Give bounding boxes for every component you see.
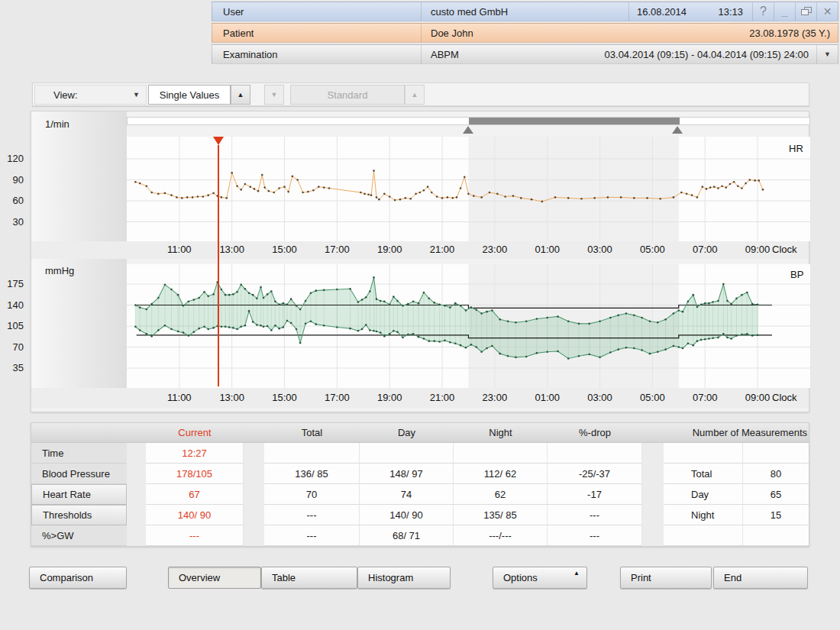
overview-button[interactable]: Overview <box>168 567 261 589</box>
gw-night: ---/--- <box>454 525 548 546</box>
row-label-time: Time <box>31 443 127 464</box>
end-button[interactable]: End <box>713 567 808 589</box>
preset-value: Standard <box>328 89 368 101</box>
time-tick-label: 21:00 <box>425 244 460 255</box>
minimize-button[interactable]: _ <box>774 2 795 21</box>
table-row: %>GW --- --- 68/ 71 ---/--- --- <box>31 525 809 546</box>
gw-day: 68/ 71 <box>360 525 454 546</box>
gw-current: --- <box>146 525 244 546</box>
table-row: Blood Pressure 178/105 136/ 85 148/ 97 1… <box>31 464 809 484</box>
bp-day: 148/ 97 <box>360 464 454 484</box>
restore-button[interactable] <box>795 2 816 21</box>
time-tick-label: 17:00 <box>319 392 354 403</box>
current-time: 13:13 <box>718 6 743 18</box>
examination-period: 03.04.2014 (09:15) - 04.04.2014 (09:15) … <box>605 45 816 63</box>
user-value: custo med GmbH <box>421 2 628 21</box>
chevron-down-icon: ▼ <box>824 50 831 58</box>
hr-drop: -17 <box>548 484 642 505</box>
preset-up-button: ▲ <box>405 85 425 105</box>
histogram-button[interactable]: Histogram <box>357 567 451 589</box>
header-current: Current <box>146 423 244 442</box>
measurement-cursor[interactable] <box>218 145 219 386</box>
axis-tick-label: 120 <box>0 153 24 164</box>
patient-name: Doe John <box>421 24 749 42</box>
thresholds-current: 140/ 90 <box>146 505 244 525</box>
axis-tick-label: 60 <box>0 195 24 206</box>
time-tick-label: 19:00 <box>372 392 407 403</box>
measurement-cursor-handle-icon[interactable] <box>213 137 224 145</box>
options-button[interactable]: Options ▲ <box>493 567 587 589</box>
axis-tick-label: 175 <box>0 278 24 289</box>
axis-tick-label: 70 <box>0 341 24 353</box>
axis-tick-label: 30 <box>0 216 24 228</box>
close-button[interactable]: ✕ <box>816 2 838 21</box>
time-tick-label: 07:00 <box>687 392 722 403</box>
time-tick-label: 23:00 <box>477 392 512 403</box>
examination-dropdown-button[interactable]: ▼ <box>816 45 838 63</box>
night-range-thumb[interactable] <box>469 118 679 124</box>
night-start-marker-icon[interactable] <box>463 126 473 134</box>
time-tick-label: 01:00 <box>530 244 565 255</box>
header-total: Total <box>264 423 360 442</box>
hr-chart[interactable] <box>127 137 810 241</box>
hr-series-label: HR <box>789 143 803 154</box>
time-tick-label: 05:00 <box>635 244 670 255</box>
datetime-cell: 16.08.2014 13:13 <box>628 2 752 21</box>
header-drop: %-drop <box>548 423 642 442</box>
chevron-up-icon: ▲ <box>237 91 244 99</box>
header-measurements: Number of Measurements <box>664 423 809 442</box>
table-row: Thresholds 140/ 90 --- 140/ 90 135/ 85 -… <box>31 505 809 525</box>
print-button[interactable]: Print <box>620 567 712 589</box>
bp-chart[interactable] <box>127 264 810 388</box>
time-tick-label: 19:00 <box>372 244 407 255</box>
chevron-down-icon: ▼ <box>133 91 140 99</box>
axis-tick-label: 35 <box>0 362 24 373</box>
gw-total: --- <box>264 525 360 546</box>
row-label-gw: %>GW <box>31 525 127 546</box>
time-tick-label: 11:00 <box>162 392 197 403</box>
view-mode-up-button[interactable]: ▲ <box>231 85 250 105</box>
help-icon: ? <box>760 5 767 18</box>
bp-night: 112/ 62 <box>454 464 548 484</box>
time-tick-label: 07:00 <box>687 244 722 255</box>
examination-type: ABPM <box>421 45 605 63</box>
comparison-button[interactable]: Comparison <box>29 567 127 589</box>
measurements-total-value: 80 <box>743 464 809 484</box>
time-drop <box>548 443 642 464</box>
time-day <box>360 443 454 464</box>
table-button[interactable]: Table <box>261 567 357 589</box>
help-button[interactable]: ? <box>752 2 774 21</box>
bp-total: 136/ 85 <box>264 464 360 484</box>
night-end-marker-icon[interactable] <box>672 126 683 134</box>
chevron-down-icon: ▼ <box>271 91 278 99</box>
header-night: Night <box>454 423 548 442</box>
header-day: Day <box>360 423 454 442</box>
time-range-scrollbar[interactable] <box>127 117 810 125</box>
minimize-icon: _ <box>782 5 788 18</box>
statistics-table: Current Total Day Night %-drop Number of… <box>31 422 809 547</box>
row-label-thresholds[interactable]: Thresholds <box>31 505 127 525</box>
time-tick-label: 13:00 <box>215 392 250 403</box>
patient-label: Patient <box>212 24 421 42</box>
view-dropdown[interactable]: View: ▼ <box>34 85 147 105</box>
row-label-heart-rate[interactable]: Heart Rate <box>31 484 127 505</box>
chevron-up-icon: ▲ <box>412 91 418 99</box>
thresholds-drop: --- <box>548 505 642 525</box>
bp-axis-unit: mmHg <box>45 265 74 276</box>
hr-day: 74 <box>360 484 454 505</box>
table-header-row: Current Total Day Night %-drop Number of… <box>31 423 809 443</box>
hr-chart-svg <box>127 137 810 241</box>
thresholds-day: 140/ 90 <box>360 505 454 525</box>
table-row: Heart Rate 67 70 74 62 -17 Day 65 <box>31 484 809 505</box>
hr-axis-unit: 1/min <box>45 118 69 130</box>
time-night <box>454 443 548 464</box>
title-header: User custo med GmbH 16.08.2014 13:13 ? _… <box>212 2 838 66</box>
disabled-dropdown-button: ▼ <box>264 85 284 105</box>
bp-chart-svg <box>127 264 810 388</box>
view-mode-value: Single Values <box>160 89 220 101</box>
options-button-label: Options <box>503 572 538 583</box>
examination-label: Examination <box>212 45 421 63</box>
current-date: 16.08.2014 <box>637 6 687 18</box>
view-mode-combobox[interactable]: Single Values <box>148 85 231 105</box>
patient-row: Patient Doe John 23.08.1978 (35 Y.) <box>212 23 838 43</box>
